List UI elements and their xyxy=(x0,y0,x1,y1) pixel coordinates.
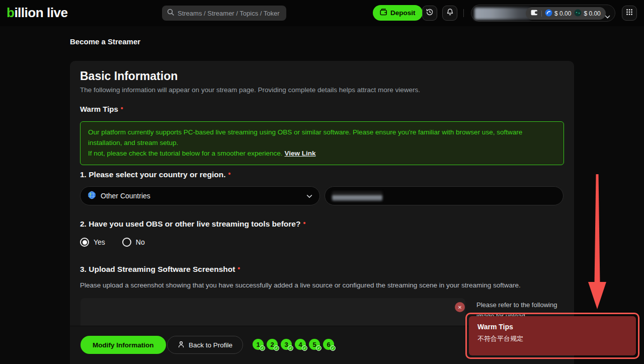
balance-token: $ 0.00 xyxy=(574,9,600,18)
page-title: Become a Streamer xyxy=(70,37,140,46)
tip-body: Our platform currently supports PC-based… xyxy=(88,127,556,149)
balance-value-2: $ 0.00 xyxy=(584,10,600,17)
red-arrow-annotation xyxy=(587,174,607,312)
page: billionlive Deposit xyxy=(0,0,644,364)
balance-pill: $ 0.00 $ 0.00 xyxy=(526,7,606,20)
balance-usd: $ 0.00 xyxy=(545,9,571,18)
deposit-label: Deposit xyxy=(390,9,416,17)
obs-radio-group: Yes No xyxy=(80,238,145,247)
step-3[interactable]: 3✓ xyxy=(281,339,292,350)
balance-value-1: $ 0.00 xyxy=(554,10,571,17)
question-3-text: 3. Upload Streaming Software Screenshot xyxy=(80,265,235,273)
history-icon xyxy=(426,8,434,18)
logo-b: b xyxy=(7,5,14,21)
logo-live: live xyxy=(47,5,67,21)
chevron-down-icon xyxy=(605,12,610,21)
person-icon xyxy=(178,341,185,349)
required-marker: • xyxy=(228,170,230,178)
globe-icon xyxy=(88,191,96,201)
question-3-label: 3. Upload Streaming Software Screenshot• xyxy=(80,264,240,274)
step-2[interactable]: 2✓ xyxy=(267,339,278,350)
search-bar[interactable] xyxy=(162,6,286,21)
required-marker: • xyxy=(237,264,240,272)
warn-annotation-box: Warm Tips 不符合平台规定 xyxy=(465,313,639,359)
header-divider xyxy=(463,9,464,17)
tip-line2-text: If not, please check the tutorial below … xyxy=(88,150,282,157)
warn-annotation-inner: Warm Tips 不符合平台规定 xyxy=(469,316,636,355)
deposit-button[interactable]: Deposit xyxy=(373,5,423,21)
close-icon: ✕ xyxy=(458,305,462,310)
top-navbar: billionlive Deposit xyxy=(0,0,644,26)
apps-grid-button[interactable] xyxy=(622,6,637,21)
radio-no-label: No xyxy=(136,238,145,246)
section-title: Basic Information xyxy=(80,69,178,83)
question-2-label: 2. Have you used OBS or other live strea… xyxy=(80,219,305,229)
grid-icon xyxy=(626,9,633,18)
check-icon: ✓ xyxy=(302,345,307,351)
wallet-small-icon xyxy=(531,9,538,18)
blurred-username xyxy=(474,8,531,20)
modify-information-button[interactable]: Modify Information xyxy=(80,336,166,354)
logo-illion: illion xyxy=(14,5,43,21)
region-input[interactable] xyxy=(325,186,564,205)
section-subtitle: The following information will appear on… xyxy=(80,86,420,94)
step-5[interactable]: 5✓ xyxy=(309,339,320,350)
check-icon: ✓ xyxy=(274,345,279,351)
required-marker: • xyxy=(303,219,305,227)
step-1[interactable]: 1✓ xyxy=(253,339,264,350)
chevron-down-icon xyxy=(306,192,312,200)
radio-yes-circle xyxy=(80,238,89,247)
check-icon: ✓ xyxy=(260,345,265,351)
country-select[interactable]: Other Countries xyxy=(80,186,320,205)
notifications-button[interactable] xyxy=(442,6,457,21)
wallet-widget[interactable]: $ 0.00 $ 0.00 xyxy=(471,5,615,22)
radio-yes-label: Yes xyxy=(94,238,105,246)
radio-yes[interactable]: Yes xyxy=(80,238,105,247)
bell-icon xyxy=(446,8,454,18)
blurred-region-value xyxy=(332,191,382,201)
view-link[interactable]: View Link xyxy=(284,150,315,157)
question-1-label: 1. Please select your country or region.… xyxy=(80,170,230,179)
coin-icon-green xyxy=(574,9,582,18)
warn-message: 不符合平台规定 xyxy=(477,334,627,343)
warm-tips-text: Warm Tips xyxy=(80,105,118,113)
back-to-profile-button[interactable]: Back to Profile xyxy=(167,336,243,354)
radio-no-circle xyxy=(122,238,131,247)
search-icon xyxy=(167,9,174,18)
search-input[interactable] xyxy=(178,10,281,17)
question-2-text: 2. Have you used OBS or other live strea… xyxy=(80,220,300,228)
warm-tips-box: Our platform currently supports PC-based… xyxy=(80,121,564,165)
pill-divider xyxy=(541,11,542,17)
back-to-profile-label: Back to Profile xyxy=(189,341,232,349)
step-4[interactable]: 4✓ xyxy=(295,339,306,350)
history-button[interactable] xyxy=(422,6,437,21)
warm-tips-label: Warm Tips• xyxy=(80,104,123,113)
step-indicators: 1✓ 2✓ 3✓ 4✓ 5✓ 6✓ xyxy=(253,339,334,350)
tip-line2: If not, please check the tutorial below … xyxy=(88,149,556,159)
wallet-icon xyxy=(380,9,387,17)
question-3-description: Please upload a screenshot showing that … xyxy=(80,281,521,289)
required-marker: • xyxy=(121,104,123,112)
check-icon: ✓ xyxy=(316,345,321,351)
warn-title: Warm Tips xyxy=(477,323,627,331)
question-1-text: 1. Please select your country or region. xyxy=(80,170,225,179)
remove-upload-button[interactable]: ✕ xyxy=(455,302,465,312)
step-6[interactable]: 6✓ xyxy=(323,339,334,350)
check-icon: ✓ xyxy=(330,345,336,351)
radio-no[interactable]: No xyxy=(122,238,145,247)
logo[interactable]: billionlive xyxy=(7,5,67,21)
check-icon: ✓ xyxy=(288,345,293,351)
country-select-value: Other Countries xyxy=(101,192,150,200)
coin-icon-blue xyxy=(545,9,552,18)
